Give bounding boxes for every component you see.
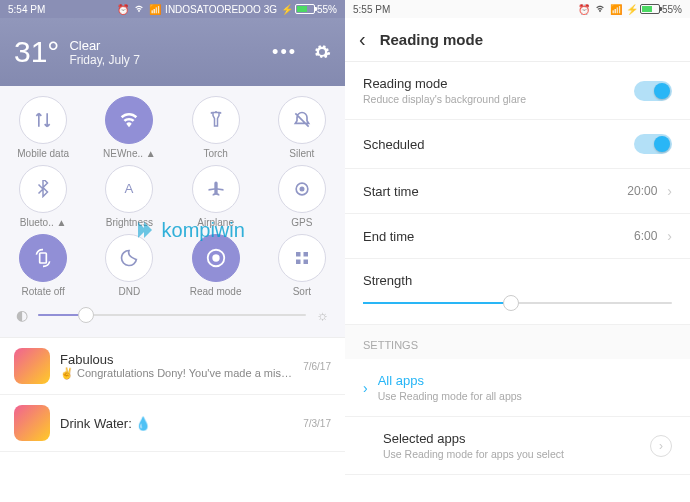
toggle-torch[interactable]: Torch xyxy=(173,96,259,159)
svg-rect-3 xyxy=(40,253,47,263)
toggle-label: Rotate off xyxy=(22,286,65,297)
setting-selected-apps[interactable]: Selected apps Use Reading mode for apps … xyxy=(345,417,690,475)
bluetooth-icon[interactable] xyxy=(19,165,67,213)
section-header-settings: SETTINGS xyxy=(345,325,690,359)
toggle-rotate[interactable]: Rotate off xyxy=(0,234,86,297)
gear-icon[interactable] xyxy=(313,43,331,61)
alarm-icon: ⏰ xyxy=(117,4,129,15)
rotate-icon[interactable] xyxy=(19,234,67,282)
toggle-mobile-data[interactable]: Mobile data xyxy=(0,96,86,159)
setting-scheduled[interactable]: Scheduled xyxy=(345,120,690,169)
toggle-label: NEWne.. ▲ xyxy=(103,148,156,159)
status-time: 5:54 PM xyxy=(8,4,45,15)
toggle-airplane[interactable]: Airplane xyxy=(173,165,259,228)
setting-label: All apps xyxy=(378,373,672,388)
signal-icon: 📶 xyxy=(610,4,622,15)
toggle-label: Blueto.. ▲ xyxy=(20,217,67,228)
notification-item[interactable]: Fabulous✌ Congratulations Dony! You've m… xyxy=(0,338,345,395)
toggle-sort[interactable]: Sort xyxy=(259,234,345,297)
toggle-gps[interactable]: GPS xyxy=(259,165,345,228)
notif-title: Fabulous xyxy=(60,352,293,367)
setting-label: Strength xyxy=(363,273,672,288)
chevron-right-icon: › xyxy=(667,183,672,199)
start-time-value: 20:00 xyxy=(627,184,657,198)
toggle-label: Brightness xyxy=(106,217,153,228)
battery-indicator: ⚡ 55% xyxy=(626,4,682,15)
toggle-label: Read mode xyxy=(190,286,242,297)
chevron-right-icon: › xyxy=(650,435,672,457)
brightness-slider[interactable] xyxy=(38,314,306,316)
setting-reading-mode[interactable]: Reading mode Reduce display's background… xyxy=(345,62,690,120)
app-icon xyxy=(14,405,50,441)
brightness-auto-icon[interactable]: ☼ xyxy=(316,307,329,323)
setting-start-time[interactable]: Start time 20:00 › xyxy=(345,169,690,214)
setting-label: Start time xyxy=(363,184,617,199)
status-bar-right: 5:55 PM ⏰ 📶 ⚡ 55% xyxy=(345,0,690,18)
quick-toggles-panel: Mobile dataNEWne.. ▲TorchSilentBlueto.. … xyxy=(0,86,345,337)
readmode-icon[interactable] xyxy=(192,234,240,282)
reading-mode-switch[interactable] xyxy=(634,81,672,101)
airplane-icon[interactable] xyxy=(192,165,240,213)
setting-strength: Strength xyxy=(345,259,690,325)
scheduled-switch[interactable] xyxy=(634,134,672,154)
notif-text: ✌ Congratulations Dony! You've made a mi… xyxy=(60,367,293,380)
weather-date: Friday, July 7 xyxy=(69,53,139,67)
setting-label: Scheduled xyxy=(363,137,624,152)
toggle-label: Sort xyxy=(293,286,311,297)
end-time-value: 6:00 xyxy=(634,229,657,243)
wifi-icon[interactable] xyxy=(105,96,153,144)
toggle-wifi[interactable]: NEWne.. ▲ xyxy=(86,96,172,159)
strength-slider[interactable] xyxy=(363,302,672,304)
toggle-label: Silent xyxy=(289,148,314,159)
toggle-silent[interactable]: Silent xyxy=(259,96,345,159)
notif-time: 7/6/17 xyxy=(303,361,331,372)
brightness-icon[interactable]: A xyxy=(105,165,153,213)
torch-icon[interactable] xyxy=(192,96,240,144)
mobile-data-icon[interactable] xyxy=(19,96,67,144)
dnd-icon[interactable] xyxy=(105,234,153,282)
toggle-label: Torch xyxy=(203,148,227,159)
status-bar-left: 5:54 PM ⏰ 📶 INDOSATOOREDOO 3G ⚡ 55% xyxy=(0,0,345,18)
notification-list: Fabulous✌ Congratulations Dony! You've m… xyxy=(0,337,345,452)
more-icon[interactable]: ••• xyxy=(272,42,297,63)
chevron-right-icon: › xyxy=(363,380,368,396)
toggle-bluetooth[interactable]: Blueto.. ▲ xyxy=(0,165,86,228)
svg-point-2 xyxy=(300,187,303,190)
notif-title: Drink Water: 💧 xyxy=(60,416,293,431)
toggle-readmode[interactable]: Read mode xyxy=(173,234,259,297)
page-title: Reading mode xyxy=(380,31,483,48)
status-time: 5:55 PM xyxy=(353,4,390,15)
brightness-slider-row: ◐ ☼ xyxy=(0,297,345,333)
alarm-icon: ⏰ xyxy=(578,4,590,15)
toggle-label: GPS xyxy=(291,217,312,228)
silent-icon[interactable] xyxy=(278,96,326,144)
svg-rect-7 xyxy=(303,252,308,257)
toggle-label: Airplane xyxy=(197,217,234,228)
back-button[interactable]: ‹ xyxy=(359,28,366,51)
setting-end-time[interactable]: End time 6:00 › xyxy=(345,214,690,259)
notification-item[interactable]: Drink Water: 💧7/3/17 xyxy=(0,395,345,452)
page-header: ‹ Reading mode xyxy=(345,18,690,62)
chevron-right-icon: › xyxy=(667,228,672,244)
weather-condition: Clear xyxy=(69,38,139,53)
setting-all-apps[interactable]: › All apps Use Reading mode for all apps xyxy=(345,359,690,417)
weather-temp: 31° xyxy=(14,35,59,69)
svg-rect-6 xyxy=(296,252,301,257)
setting-label: Selected apps xyxy=(383,431,640,446)
battery-indicator: ⚡ 55% xyxy=(281,4,337,15)
svg-rect-9 xyxy=(303,260,308,265)
toggle-brightness[interactable]: ABrightness xyxy=(86,165,172,228)
toggle-label: Mobile data xyxy=(17,148,69,159)
toggle-dnd[interactable]: DND xyxy=(86,234,172,297)
sort-icon[interactable] xyxy=(278,234,326,282)
setting-label: End time xyxy=(363,229,624,244)
notif-time: 7/3/17 xyxy=(303,418,331,429)
setting-sublabel: Use Reading mode for all apps xyxy=(378,390,672,402)
brightness-low-icon: ◐ xyxy=(16,307,28,323)
gps-icon[interactable] xyxy=(278,165,326,213)
wifi-icon xyxy=(594,4,606,14)
weather-panel: 31° Clear Friday, July 7 ••• xyxy=(0,18,345,86)
toggle-label: DND xyxy=(119,286,141,297)
setting-label: Reading mode xyxy=(363,76,624,91)
signal-icon: 📶 xyxy=(149,4,161,15)
